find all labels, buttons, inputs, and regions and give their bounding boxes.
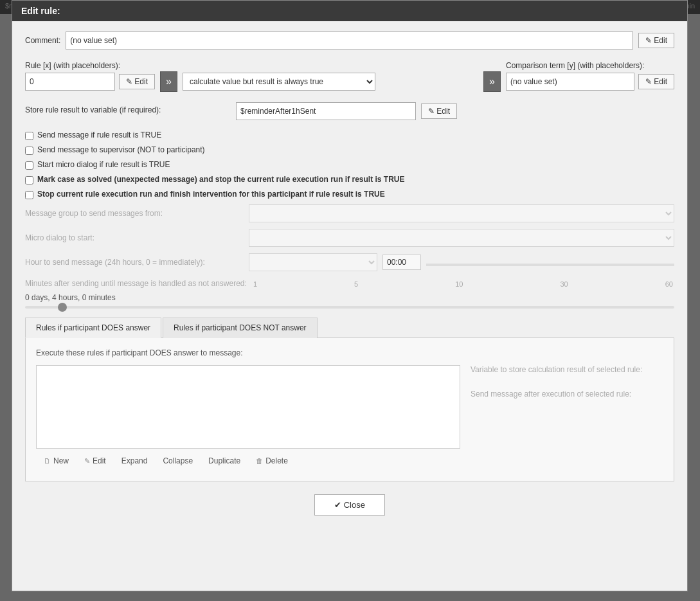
pencil-icon-store: ✎: [428, 107, 435, 116]
checkbox-row-1: Send message if rule result is TRUE: [25, 130, 674, 140]
minutes-slider-section: 1 5 10 30 60: [252, 278, 674, 289]
double-arrow-button-right[interactable]: »: [483, 71, 501, 92]
stop-current-rule-checkbox[interactable]: [25, 191, 33, 199]
send-supervisor-checkbox[interactable]: [25, 147, 33, 155]
modal-header: Edit rule:: [12, 1, 687, 21]
hour-to-send-label: Hour to send message (24h hours, 0 = imm…: [25, 258, 244, 267]
send-message-side-label: Send message after execution of selected…: [471, 390, 663, 399]
rules-toolbar: 🗋 New ✎ Edit Expand Collapse: [36, 449, 460, 471]
slider-markers: 1 5 10 30 60: [252, 280, 674, 288]
rule-dropdown[interactable]: calculate value but result is always tru…: [183, 73, 375, 91]
comparison-y-label: Comparison term [y] (with placeholders):: [506, 61, 674, 70]
edit-icon: ✎: [84, 457, 90, 465]
slider-thumb[interactable]: [58, 303, 67, 312]
comment-row: Comment: ✎ Edit: [25, 31, 674, 49]
comparison-y-edit-button[interactable]: ✎ Edit: [638, 74, 674, 89]
message-group-label: Message group to send messages from:: [25, 209, 244, 218]
close-button[interactable]: ✔ Close: [314, 494, 385, 516]
comment-edit-button[interactable]: ✎ Edit: [638, 33, 674, 48]
days-label: 0 days, 4 hours, 0 minutes: [25, 293, 674, 302]
tab-does-answer[interactable]: Rules if participant DOES answer: [25, 318, 161, 338]
modal-overlay: Edit rule: Comment: ✎ Edit Rule [x] (wit…: [0, 0, 700, 601]
rule-row: Rule [x] (with placeholders): ✎ Edit » p…: [25, 60, 674, 92]
store-variable-label: Store rule result to variable (if requir…: [25, 105, 231, 114]
tab-content-does-answer: Execute these rules if participant DOES …: [25, 338, 674, 481]
rules-list-box: [36, 365, 460, 449]
rule-dropdown-section: placeholder calculate value but result i…: [183, 61, 478, 91]
delete-icon: 🗑: [256, 457, 263, 465]
message-group-row: Message group to send messages from:: [25, 204, 674, 222]
checkbox-row-3: Start micro dialog if rule result is TRU…: [25, 160, 674, 170]
micro-dialog-row: Micro dialog to start:: [25, 229, 674, 247]
comparison-y-input[interactable]: [506, 73, 634, 91]
store-variable-row: Store rule result to variable (if requir…: [25, 102, 674, 120]
slider-track[interactable]: [25, 306, 674, 309]
edit-rule-button[interactable]: ✎ Edit: [76, 454, 114, 468]
comment-label: Comment:: [25, 36, 60, 45]
expand-button[interactable]: Expand: [114, 454, 156, 468]
delete-button[interactable]: 🗑 Delete: [248, 454, 296, 468]
message-group-select: [249, 204, 674, 222]
tab-does-not-answer[interactable]: Rules if participant DOES NOT answer: [163, 318, 318, 338]
rules-list-container: 🗋 New ✎ Edit Expand Collapse: [36, 365, 460, 471]
rule-x-edit-button[interactable]: ✎ Edit: [119, 74, 155, 89]
checkboxes-section: Send message if rule result is TRUE Send…: [25, 130, 674, 199]
stop-current-rule-label: Stop current rule execution run and fini…: [37, 190, 385, 199]
minutes-after-row: Minutes after sending until message is h…: [25, 278, 674, 289]
tabs-container: Rules if participant DOES answer Rules i…: [25, 318, 674, 338]
send-message-checkbox[interactable]: [25, 132, 33, 140]
double-arrow-button-left[interactable]: »: [160, 71, 177, 92]
duplicate-button[interactable]: Duplicate: [201, 454, 248, 468]
rule-x-section: Rule [x] (with placeholders): ✎ Edit: [25, 61, 155, 91]
minutes-after-label: Minutes after sending until message is h…: [25, 279, 247, 288]
start-micro-dialog-label: Start micro dialog if rule result is TRU…: [37, 160, 170, 169]
modal-title: Edit rule:: [21, 6, 60, 16]
hour-to-send-select: [249, 253, 377, 271]
start-micro-dialog-checkbox[interactable]: [25, 161, 33, 170]
checkbox-row-4: Mark case as solved (unexpected message)…: [25, 175, 674, 184]
slider-section: 0 days, 4 hours, 0 minutes: [25, 293, 674, 309]
edit-rule-modal: Edit rule: Comment: ✎ Edit Rule [x] (wit…: [12, 0, 688, 591]
rules-side-panel: Variable to store calculation result of …: [471, 365, 663, 471]
tab-description: Execute these rules if participant DOES …: [36, 348, 663, 357]
mark-case-solved-label: Mark case as solved (unexpected message)…: [37, 175, 405, 184]
checkmark-icon: ✔: [334, 500, 341, 510]
pencil-icon-y: ✎: [645, 77, 652, 86]
comment-input[interactable]: [66, 31, 633, 49]
variable-side-label: Variable to store calculation result of …: [471, 365, 663, 374]
hour-to-send-row: Hour to send message (24h hours, 0 = imm…: [25, 253, 674, 271]
time-slider-track: [426, 258, 674, 266]
new-rule-button[interactable]: 🗋 New: [36, 454, 76, 468]
checkbox-row-5: Stop current rule execution run and fini…: [25, 190, 674, 199]
modal-body: Comment: ✎ Edit Rule [x] (with placehold…: [12, 21, 687, 539]
comparison-y-section: Comparison term [y] (with placeholders):…: [506, 61, 674, 91]
store-variable-input[interactable]: [236, 102, 416, 120]
mark-case-solved-checkbox[interactable]: [25, 176, 33, 184]
pencil-icon-x: ✎: [126, 77, 132, 86]
rule-x-label: Rule [x] (with placeholders):: [25, 61, 155, 70]
new-icon: 🗋: [44, 457, 51, 465]
time-input: [382, 255, 421, 270]
micro-dialog-select: [249, 229, 674, 247]
micro-dialog-label: Micro dialog to start:: [25, 233, 244, 242]
close-row: ✔ Close: [25, 481, 674, 528]
store-variable-edit-button[interactable]: ✎ Edit: [421, 103, 457, 119]
checkbox-row-2: Send message to supervisor (NOT to parti…: [25, 145, 674, 155]
rule-x-input[interactable]: [25, 73, 115, 91]
collapse-button[interactable]: Collapse: [155, 454, 201, 468]
send-supervisor-label: Send message to supervisor (NOT to parti…: [37, 145, 205, 154]
rules-area: 🗋 New ✎ Edit Expand Collapse: [36, 365, 663, 471]
pencil-icon: ✎: [645, 36, 652, 45]
send-message-label: Send message if rule result is TRUE: [37, 130, 161, 139]
